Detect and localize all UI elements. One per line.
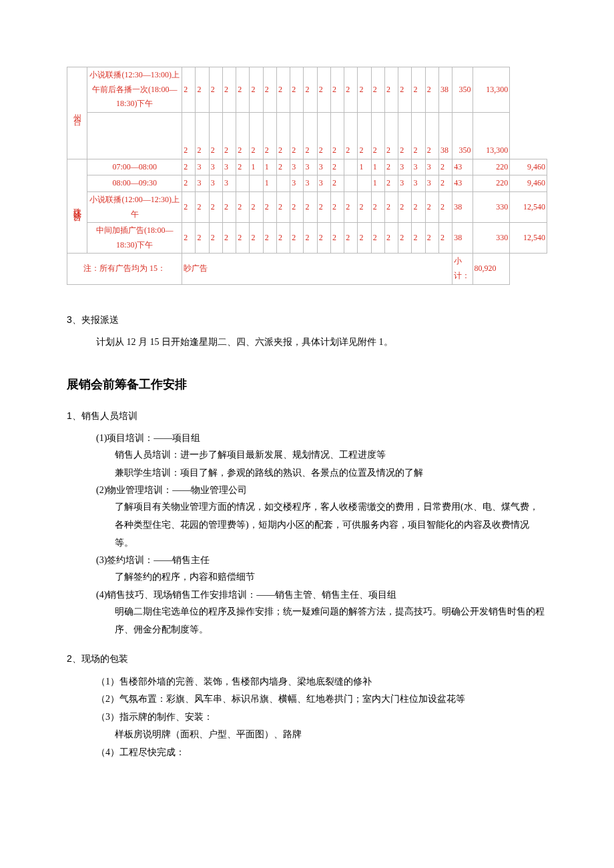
sum-cell: 9,460 — [510, 175, 547, 192]
program-cell: 中间加插广告(18:00—18:30)下午 — [87, 223, 182, 254]
day-cell: 2 — [384, 112, 398, 159]
day-cell: 2 — [250, 191, 263, 222]
day-cell: 2 — [371, 112, 384, 159]
day-cell — [236, 175, 250, 192]
day-cell: 2 — [330, 223, 344, 254]
unit-cell: 330 — [473, 223, 510, 254]
day-cell: 2 — [236, 191, 250, 222]
item-1-3: (3)签约培训：——销售主任 — [96, 552, 547, 568]
program-cell: 小说联播(12:00—12:30)上午 — [87, 191, 182, 222]
day-cell: 2 — [358, 112, 371, 159]
day-cell: 2 — [438, 191, 452, 222]
item-1-1: (1)项目培训：——项目组 — [96, 430, 547, 446]
day-cell: 2 — [236, 112, 250, 159]
subtotal-label: 小计： — [452, 254, 473, 284]
unit-cell: 330 — [473, 191, 510, 222]
day-cell: 2 — [412, 112, 425, 159]
day-cell: 2 — [398, 112, 412, 159]
item-2-3: （3）指示牌的制作、安装： — [96, 709, 547, 727]
day-cell: 2 — [209, 223, 222, 254]
station-cell: 州台 — [67, 67, 87, 159]
day-cell: 2 — [222, 223, 236, 254]
note-right: 眇广告 — [182, 254, 452, 284]
day-cell: 2 — [196, 67, 209, 113]
day-cell: 2 — [290, 112, 304, 159]
day-cell: 2 — [196, 223, 209, 254]
day-cell: 2 — [330, 175, 344, 192]
day-cell: 2 — [330, 191, 344, 222]
day-cell: 3 — [196, 159, 209, 175]
day-cell: 2 — [384, 191, 398, 222]
day-cell: 2 — [304, 67, 317, 113]
total-cell: 38 — [438, 112, 452, 159]
day-cell — [276, 175, 290, 192]
day-cell: 2 — [209, 67, 222, 113]
item-1-1b: 兼职学生培训：项目了解，参观的路线的熟识、各景点的位置及情况的了解 — [115, 464, 547, 482]
item-1-1a: 销售人员培训：进一步了解项目最新发展、规划情况、工程进度等 — [115, 446, 547, 464]
unit-cell: 350 — [452, 112, 473, 159]
day-cell: 2 — [358, 223, 371, 254]
item-1-3a: 了解签约的程序，内容和赔偿细节 — [115, 568, 547, 586]
day-cell: 2 — [276, 112, 290, 159]
day-cell: 2 — [330, 67, 344, 113]
note-left: 注：所有广告均为 15： — [67, 254, 182, 284]
total-cell: 38 — [452, 191, 473, 222]
day-cell: 2 — [398, 223, 412, 254]
total-cell: 43 — [452, 175, 473, 192]
day-cell: 3 — [412, 159, 425, 175]
prep-heading: 展销会前筹备工作安排 — [67, 374, 547, 395]
sum-cell: 13,300 — [473, 112, 510, 159]
item-2-3a: 样板房说明牌（面积、户型、平面图）、路牌 — [115, 726, 547, 744]
day-cell: 3 — [290, 175, 304, 192]
day-cell — [344, 159, 358, 175]
day-cell: 2 — [412, 67, 425, 113]
day-cell: 3 — [412, 175, 425, 192]
unit-cell: 220 — [473, 175, 510, 192]
sum-cell: 12,540 — [510, 223, 547, 254]
day-cell: 2 — [182, 67, 196, 113]
day-cell: 2 — [317, 67, 330, 113]
unit-cell: 220 — [473, 159, 510, 175]
sum-cell: 13,300 — [473, 67, 510, 113]
day-cell: 2 — [196, 191, 209, 222]
day-cell: 2 — [209, 112, 222, 159]
day-cell: 2 — [222, 67, 236, 113]
day-cell: 1 — [358, 159, 371, 175]
day-cell: 2 — [398, 67, 412, 113]
total-cell: 43 — [452, 159, 473, 175]
day-cell: 3 — [425, 159, 438, 175]
day-cell — [250, 175, 263, 192]
program-cell — [87, 112, 182, 159]
day-cell: 3 — [398, 159, 412, 175]
day-cell: 3 — [222, 159, 236, 175]
day-cell: 3 — [304, 159, 317, 175]
day-cell: 2 — [290, 67, 304, 113]
item-2-4: （4）工程尽快完成： — [96, 744, 547, 762]
day-cell: 2 — [182, 175, 196, 192]
day-cell: 2 — [412, 191, 425, 222]
day-cell: 3 — [290, 159, 304, 175]
item-1-4: (4)销售技巧、现场销售工作安排培训：——销售主管、销售主任、项目组 — [96, 586, 547, 603]
day-cell: 2 — [236, 159, 250, 175]
day-cell: 2 — [276, 223, 290, 254]
day-cell: 3 — [209, 175, 222, 192]
day-cell: 2 — [222, 112, 236, 159]
day-cell: 3 — [209, 159, 222, 175]
day-cell: 2 — [263, 191, 276, 222]
subtotal-value: 80,920 — [473, 254, 510, 284]
day-cell: 3 — [317, 159, 330, 175]
day-cell: 2 — [412, 223, 425, 254]
item-2-heading: 2、现场的包装 — [67, 650, 547, 667]
day-cell: 2 — [182, 191, 196, 222]
day-cell: 2 — [330, 159, 344, 175]
day-cell: 2 — [384, 223, 398, 254]
day-cell: 2 — [344, 112, 358, 159]
total-cell: 38 — [438, 67, 452, 113]
day-cell: 2 — [438, 223, 452, 254]
day-cell: 2 — [398, 191, 412, 222]
day-cell: 2 — [371, 223, 384, 254]
day-cell — [344, 175, 358, 192]
day-cell: 2 — [304, 223, 317, 254]
program-cell: 07:00—08:00 — [87, 159, 182, 175]
day-cell: 1 — [250, 159, 263, 175]
